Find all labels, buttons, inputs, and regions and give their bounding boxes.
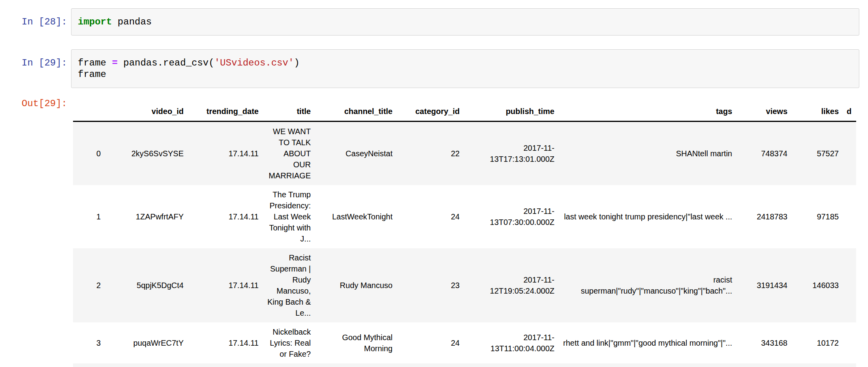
table-cell: 2418783	[736, 185, 791, 248]
table-cell: 17.14.11	[188, 122, 263, 185]
table-cell	[791, 363, 843, 367]
table-cell: 17.14.11	[188, 322, 263, 363]
dataframe-output-area: video_idtrending_datetitlechannel_titlec…	[73, 102, 856, 367]
table-cell: puqaWrEC7tY	[105, 322, 188, 363]
table-cell: 17.14.11	[188, 248, 263, 322]
string-token: 'USvideos.csv'	[214, 58, 294, 68]
table-cell: Racist Superman | Rudy Mancuso, King Bac…	[263, 248, 315, 322]
table-cell: WE WANT TO TALK ABOUT OUR MARRIAGE	[263, 122, 315, 185]
table-cell	[558, 363, 736, 367]
table-cell	[464, 363, 558, 367]
table-row-partial	[73, 363, 856, 367]
input-prompt: In [29]:	[0, 49, 67, 88]
notebook-page: In [28]: import pandas In [29]: frame = …	[0, 0, 868, 367]
table-cell: rhett and link|"gmm"|"good mythical morn…	[558, 322, 736, 363]
table-cell	[188, 363, 263, 367]
column-header-publish_time: publish_time	[464, 102, 558, 122]
table-cell	[396, 363, 464, 367]
table-cell: SHANtell martin	[558, 122, 736, 185]
table-row: 02kyS6SvSYSE17.14.11WE WANT TO TALK ABOU…	[73, 122, 856, 185]
keyword-token: import	[78, 17, 112, 27]
table-cell: Nickelback Lyrics: Real or Fake?	[263, 322, 315, 363]
code-token: pandas	[112, 17, 152, 27]
code-line: frame = pandas.read_csv('USvideos.csv')	[78, 57, 853, 69]
table-cell: 23	[396, 248, 464, 322]
table-cell: 343168	[736, 322, 791, 363]
output-cell-29: Out[29]: video_idtrending_datetitlechann…	[0, 92, 859, 367]
table-cell	[843, 185, 856, 248]
table-cell: last week tonight trump presidency|"last…	[558, 185, 736, 248]
table-cell	[736, 363, 791, 367]
code-token: frame	[78, 69, 106, 80]
table-cell: 3191434	[736, 248, 791, 322]
table-cell: 2017-11-13T17:13:01.000Z	[464, 122, 558, 185]
code-line: frame	[78, 69, 853, 80]
table-cell: 2017-11-13T07:30:00.000Z	[464, 185, 558, 248]
table-cell	[843, 363, 856, 367]
table-cell	[263, 363, 315, 367]
table-cell: 2017-11-13T11:00:04.000Z	[464, 322, 558, 363]
table-row: 25qpjK5DgCt417.14.11Racist Superman | Ru…	[73, 248, 856, 322]
code-cell-29[interactable]: In [29]: frame = pandas.read_csv('USvide…	[0, 49, 859, 88]
code-line: import pandas	[78, 16, 853, 28]
table-row: 11ZAPwfrtAFY17.14.11The Trump Presidency…	[73, 185, 856, 248]
table-cell: Rudy Mancuso	[315, 248, 396, 322]
table-cell	[843, 322, 856, 363]
notebook: In [28]: import pandas In [29]: frame = …	[0, 0, 868, 367]
column-header-views: views	[736, 102, 791, 122]
table-cell	[105, 363, 188, 367]
table-cell: 57527	[791, 122, 843, 185]
column-header-tags: tags	[558, 102, 736, 122]
column-header-channel_title: channel_title	[315, 102, 396, 122]
operator-token: =	[112, 58, 117, 68]
table-body: 02kyS6SvSYSE17.14.11WE WANT TO TALK ABOU…	[73, 122, 856, 367]
column-header-likes: likes	[791, 102, 843, 122]
column-header-category_id: category_id	[396, 102, 464, 122]
table-cell: 24	[396, 185, 464, 248]
table-cell: The Trump Presidency: Last Week Tonight …	[263, 185, 315, 248]
column-header-video_id: video_id	[105, 102, 188, 122]
dataframe-table: video_idtrending_datetitlechannel_titlec…	[73, 102, 856, 367]
table-cell: 2kyS6SvSYSE	[105, 122, 188, 185]
row-index-cell: 1	[73, 185, 105, 248]
input-prompt: In [28]:	[0, 8, 67, 36]
code-editor[interactable]: import pandas	[71, 8, 859, 36]
table-cell: CaseyNeistat	[315, 122, 396, 185]
output-prompt: Out[29]:	[0, 92, 67, 367]
table-cell: 17.14.11	[188, 185, 263, 248]
table-cell	[73, 363, 105, 367]
table-cell	[843, 248, 856, 322]
table-cell: 5qpjK5DgCt4	[105, 248, 188, 322]
row-index-cell: 2	[73, 248, 105, 322]
column-header-title: title	[263, 102, 315, 122]
row-index-cell: 0	[73, 122, 105, 185]
index-column-header	[73, 102, 105, 122]
code-cell-28[interactable]: In [28]: import pandas	[0, 8, 859, 36]
table-cell: racist superman|"rudy"|"mancuso"|"king"|…	[558, 248, 736, 322]
table-cell: 1ZAPwfrtAFY	[105, 185, 188, 248]
table-row: 3puqaWrEC7tY17.14.11Nickelback Lyrics: R…	[73, 322, 856, 363]
code-editor[interactable]: frame = pandas.read_csv('USvideos.csv')f…	[71, 49, 859, 88]
table-cell: 10172	[791, 322, 843, 363]
table-cell	[315, 363, 396, 367]
column-header-trending_date: trending_date	[188, 102, 263, 122]
row-index-cell: 3	[73, 322, 105, 363]
code-token: pandas.read_csv(	[118, 58, 214, 68]
table-cell: 2017-11-12T19:05:24.000Z	[464, 248, 558, 322]
table-cell: 22	[396, 122, 464, 185]
header-row: video_idtrending_datetitlechannel_titlec…	[73, 102, 856, 122]
table-cell: LastWeekTonight	[315, 185, 396, 248]
code-token: )	[294, 58, 299, 68]
table-cell: 24	[396, 322, 464, 363]
table-cell: 146033	[791, 248, 843, 322]
code-token: frame	[78, 58, 112, 68]
table-cell: Good Mythical Morning	[315, 322, 396, 363]
table-cell: 97185	[791, 185, 843, 248]
table-cell: 748374	[736, 122, 791, 185]
table-head: video_idtrending_datetitlechannel_titlec…	[73, 102, 856, 122]
table-cell	[843, 122, 856, 185]
column-header-d: d	[843, 102, 856, 122]
